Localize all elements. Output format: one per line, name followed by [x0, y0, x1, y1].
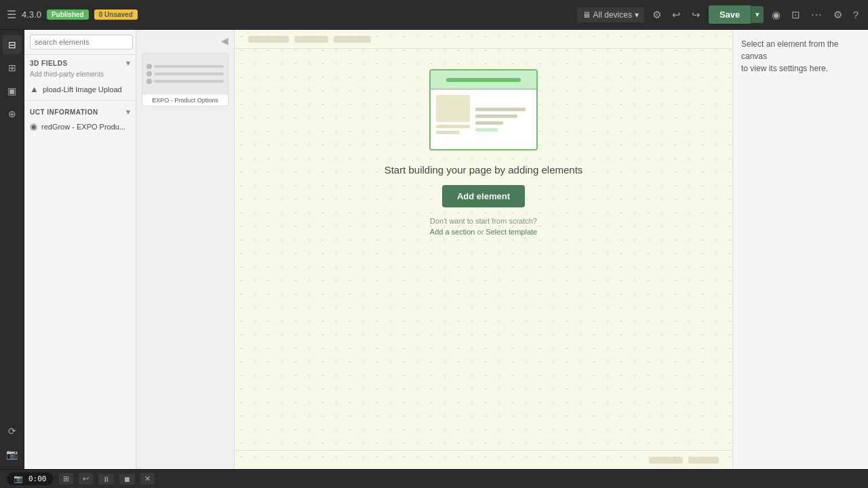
- add-section-link[interactable]: Add a section: [430, 228, 475, 236]
- save-button[interactable]: Save: [709, 5, 751, 24]
- search-input[interactable]: [30, 35, 133, 49]
- thumb-dot-2: [146, 71, 152, 77]
- product-item[interactable]: ◉ redGrow - EXPO Produ...: [24, 118, 136, 135]
- canvas-top-stripe: [235, 30, 732, 49]
- sidebar-history-btn[interactable]: ⟳: [3, 422, 22, 441]
- thumb-row-1: [146, 64, 224, 69]
- top-stripe-block-1: [248, 36, 289, 43]
- published-badge: Published: [47, 9, 89, 20]
- page-illus-line-4: [475, 128, 498, 131]
- thumbnail-panel: ◀ EXPO -: [136, 30, 235, 469]
- sidebar-apps-btn[interactable]: ⊕: [3, 104, 22, 123]
- right-panel-note-line2: to view its settings here.: [741, 64, 828, 73]
- thumb-rows-1: [142, 60, 228, 88]
- product-label: redGrow - EXPO Produ...: [41, 123, 125, 131]
- rec-stop-btn[interactable]: ⏹: [119, 474, 135, 485]
- rec-grid-btn[interactable]: ⊞: [59, 473, 73, 485]
- product-info-section-header: UCT INFORMATION ▾: [24, 104, 136, 118]
- collapse-panel-icon[interactable]: ◀: [221, 35, 229, 46]
- left-panel: ⚙ 3D FIELDS ▾ Add third-party elements ▲…: [24, 30, 136, 469]
- scratch-links: Add a section or Select template: [430, 228, 537, 236]
- 3d-fields-label: 3D FIELDS: [30, 60, 68, 67]
- or-text: or: [477, 228, 486, 236]
- 3d-fields-section-header: 3D FIELDS ▾: [24, 55, 136, 69]
- select-template-link[interactable]: Select template: [486, 228, 537, 236]
- panel-divider-1: [24, 100, 136, 101]
- main-layout: ⊟ ⊞ ▣ ⊕ ⟳ 📷 ⚙ 3D FIELDS ▾ Add third-part…: [0, 30, 868, 469]
- redo-icon[interactable]: ↪: [689, 6, 703, 24]
- sidebar-elements-btn[interactable]: ⊞: [3, 58, 22, 77]
- thumb-line-3: [154, 80, 224, 83]
- global-settings-icon[interactable]: ⚙: [831, 6, 845, 24]
- canvas-content: Start building your page by adding eleme…: [235, 49, 732, 450]
- page-illus-line-3: [475, 121, 503, 125]
- top-stripe-block-3: [334, 36, 371, 43]
- scratch-text: Don't want to start from scratch?: [430, 217, 537, 225]
- page-illus-right: [475, 95, 531, 144]
- rec-undo-btn[interactable]: ↩: [79, 473, 93, 485]
- product-icon: ◉: [30, 121, 37, 131]
- undo-icon[interactable]: ↩: [669, 6, 684, 24]
- help-icon[interactable]: ?: [850, 6, 861, 23]
- more-options-icon[interactable]: ···: [808, 6, 825, 24]
- left-panel-header: ⚙: [24, 30, 136, 55]
- topbar-right: 🖥 All devices ▾ ⚙ ↩ ↪ Save ▾ ◉ ⊡ ··· ⚙ ?: [577, 5, 861, 24]
- icon-sidebar: ⊟ ⊞ ▣ ⊕ ⟳ 📷: [0, 30, 24, 469]
- image-upload-item[interactable]: ▲ pload-Lift Image Upload: [24, 81, 136, 98]
- page-illus-line-s1: [436, 125, 470, 128]
- page-illustration: [429, 69, 538, 150]
- top-stripe-block-2: [294, 36, 328, 43]
- settings-icon[interactable]: ⚙: [650, 6, 664, 24]
- page-illus-img: [436, 95, 470, 122]
- 3d-fields-expand-icon[interactable]: ▾: [126, 59, 131, 68]
- version-label: 4.3.0: [22, 9, 41, 20]
- page-illus-top-bar: [446, 78, 520, 82]
- device-selector[interactable]: 🖥 All devices ▾: [577, 7, 644, 22]
- page-illus-left: [436, 95, 470, 144]
- product-info-label: UCT INFORMATION: [30, 108, 98, 116]
- thumb-row-3: [146, 79, 224, 84]
- right-panel-note: Select an element from the canvas to vie…: [741, 38, 860, 75]
- recording-indicator: 📷 0:00: [7, 472, 54, 485]
- right-panel: Select an element from the canvas to vie…: [732, 30, 868, 469]
- product-info-expand-icon[interactable]: ▾: [126, 108, 131, 117]
- right-panel-note-line1: Select an element from the canvas: [741, 39, 838, 61]
- rec-pause-btn[interactable]: ⏸: [98, 474, 114, 485]
- thumb-line-1: [154, 65, 224, 68]
- sidebar-layers-btn[interactable]: ⊟: [3, 35, 22, 54]
- sidebar-media-btn[interactable]: ▣: [3, 81, 22, 100]
- responsive-icon[interactable]: ⊡: [789, 6, 803, 24]
- save-dropdown-button[interactable]: ▾: [751, 6, 764, 23]
- page-illus-line-2: [475, 115, 517, 118]
- thumbnail-image-1: [142, 54, 228, 94]
- device-label: All devices: [593, 10, 632, 20]
- preview-icon[interactable]: ◉: [769, 6, 783, 24]
- bottom-stripe-block-2: [688, 457, 719, 464]
- hamburger-icon[interactable]: ☰: [7, 8, 16, 21]
- image-upload-icon: ▲: [30, 84, 39, 94]
- sidebar-camera-btn[interactable]: 📷: [3, 445, 22, 464]
- topbar: ☰ 4.3.0 Published 0 Unsaved 🖥 All device…: [0, 0, 868, 30]
- monitor-icon: 🖥: [583, 10, 591, 20]
- topbar-left: ☰ 4.3.0 Published 0 Unsaved: [7, 8, 570, 21]
- page-illus-line-1: [475, 108, 526, 111]
- canvas-area: Start building your page by adding eleme…: [235, 30, 732, 469]
- canvas-prompt-text: Start building your page by adding eleme…: [384, 164, 583, 176]
- image-upload-label: pload-Lift Image Upload: [43, 85, 122, 94]
- save-btn-group: Save ▾: [709, 5, 764, 24]
- canvas-bottom-stripe: [235, 450, 732, 469]
- rec-delete-btn[interactable]: ✕: [140, 473, 155, 485]
- third-party-note: Add third-party elements: [24, 69, 136, 81]
- bottom-stripe-block-1: [649, 457, 683, 464]
- unsaved-badge: 0 Unsaved: [94, 9, 138, 20]
- chevron-down-icon: ▾: [635, 10, 639, 20]
- thumbnail-card-1[interactable]: EXPO - Product Options: [142, 53, 229, 106]
- thumb-row-2: [146, 71, 224, 77]
- thumb-dot-3: [146, 79, 152, 84]
- page-illus-body: [431, 89, 536, 149]
- recording-time: 0:00: [28, 474, 47, 483]
- add-element-button[interactable]: Add element: [442, 185, 525, 207]
- thumb-dot-1: [146, 64, 152, 69]
- page-illus-header: [431, 70, 536, 89]
- thumb-line-2: [154, 73, 224, 75]
